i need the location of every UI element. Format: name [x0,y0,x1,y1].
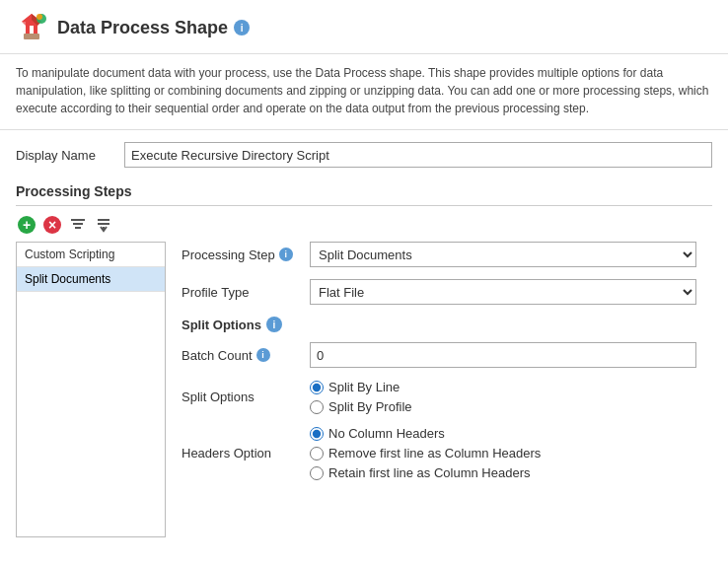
processing-step-row: Processing Step i Split Documents Custom… [182,242,696,267]
split-by-line-label: Split By Line [328,380,400,394]
remove-first-line-label: Remove first line as Column Headers [328,446,541,461]
processing-step-info-icon[interactable]: i [279,248,293,261]
step-item-split-documents[interactable]: Split Documents [17,267,165,292]
display-name-row: Display Name [16,142,712,168]
split-by-profile-option[interactable]: Split By Profile [310,399,696,414]
headers-option-label: Headers Option [182,446,310,461]
split-options-row: Split Options Split By Line Split By Pro… [182,380,696,414]
split-by-profile-radio[interactable] [310,400,324,414]
step-details: Processing Step i Split Documents Custom… [166,242,712,537]
filter-step-button[interactable] [67,214,89,236]
remove-icon: × [43,216,61,234]
remove-step-button[interactable]: × [41,214,63,236]
display-name-input[interactable] [124,142,712,168]
profile-type-select[interactable]: Flat File XML JSON EDI [310,279,696,305]
batch-count-label: Batch Count i [182,348,310,363]
main-content: Custom Scripting Split Documents Process… [16,242,712,537]
no-column-headers-label: No Column Headers [328,426,445,441]
description-text: To manipulate document data with your pr… [0,54,728,130]
svg-rect-3 [24,34,39,39]
remove-first-line-radio[interactable] [310,447,324,461]
no-column-headers-radio[interactable] [310,427,324,441]
processing-step-select[interactable]: Split Documents Custom Scripting Combine… [310,242,696,267]
split-by-line-option[interactable]: Split By Line [310,380,696,394]
split-options-label: Split Options [182,390,310,404]
split-options-title: Split Options i [182,317,696,332]
section-divider [16,205,712,206]
remove-first-line-option[interactable]: Remove first line as Column Headers [310,446,696,461]
processing-steps-title: Processing Steps [16,183,712,199]
processing-step-control: Split Documents Custom Scripting Combine… [310,242,696,267]
retain-first-line-radio[interactable] [310,466,324,480]
display-name-label: Display Name [16,148,124,163]
move-down-icon [95,216,112,234]
svg-point-5 [36,14,42,20]
headers-option-radios: No Column Headers Remove first line as C… [310,426,696,480]
toolbar: + × [16,214,712,236]
header-info-icon[interactable]: i [234,20,250,35]
profile-type-control: Flat File XML JSON EDI [310,279,696,305]
move-step-button[interactable] [93,214,114,236]
profile-type-label: Profile Type [182,285,310,300]
batch-count-row: Batch Count i [182,342,696,368]
steps-list: Custom Scripting Split Documents [16,242,166,537]
batch-count-control [310,342,696,368]
add-step-button[interactable]: + [16,214,37,236]
header: Data Process Shape i [0,0,728,54]
split-options-radios: Split By Line Split By Profile [310,380,696,414]
split-by-profile-label: Split By Profile [328,399,412,414]
batch-count-info-icon[interactable]: i [256,348,270,362]
batch-count-input[interactable] [310,342,696,368]
retain-first-line-label: Retain first line as Column Headers [328,465,530,480]
form-area: Display Name Processing Steps + × [0,130,728,537]
headers-option-row: Headers Option No Column Headers Remove … [182,426,696,480]
app-icon [16,12,47,43]
split-by-line-radio[interactable] [310,381,324,394]
retain-first-line-option[interactable]: Retain first line as Column Headers [310,465,696,480]
page-title: Data Process Shape [57,18,228,38]
profile-type-row: Profile Type Flat File XML JSON EDI [182,279,696,305]
add-icon: + [18,216,36,234]
filter-icon [69,216,87,234]
step-item-custom-scripting[interactable]: Custom Scripting [17,243,165,267]
split-options-info-icon[interactable]: i [266,317,282,332]
no-column-headers-option[interactable]: No Column Headers [310,426,696,441]
processing-step-label: Processing Step i [182,248,310,262]
